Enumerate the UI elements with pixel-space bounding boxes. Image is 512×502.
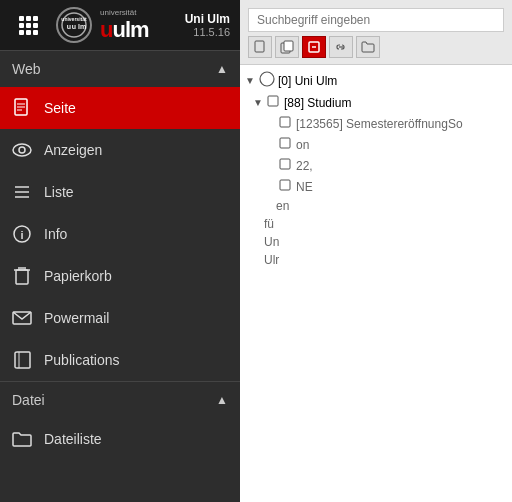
toolbar-btn-new-page[interactable] bbox=[248, 36, 272, 58]
sidebar-section-web-header[interactable]: Web ▲ bbox=[0, 51, 240, 87]
tree-sem-icon bbox=[279, 115, 293, 132]
svg-text:i: i bbox=[20, 229, 23, 241]
tree-toggle-studium[interactable]: ▼ bbox=[252, 97, 264, 109]
tree-item7-label: Un bbox=[264, 235, 279, 249]
datei-section-label: Datei bbox=[12, 392, 45, 408]
sidebar-item-seite[interactable]: Seite bbox=[0, 87, 240, 129]
sidebar-info-label: Info bbox=[44, 226, 67, 242]
toolbar-btn-copy[interactable] bbox=[275, 36, 299, 58]
tree-studium[interactable]: ▼ [88] Studium bbox=[244, 92, 508, 113]
sidebar-publications-label: Publications bbox=[44, 352, 120, 368]
svg-rect-17 bbox=[16, 270, 28, 284]
list-icon bbox=[12, 182, 32, 202]
chevron-up-icon: ▲ bbox=[216, 62, 228, 76]
tree-sem-label: [123565] Semestereröffnung bbox=[296, 117, 448, 131]
tree-item-semesteroeffnung[interactable]: [123565] Semestereröffnung So bbox=[244, 113, 508, 134]
tree-root-label: [0] Uni Ulm bbox=[278, 74, 337, 88]
svg-point-30 bbox=[260, 72, 274, 86]
tree-item2-label: on bbox=[296, 138, 309, 152]
sidebar: universität u u l m universität uulm Uni… bbox=[0, 0, 240, 502]
tree-sem-suffix: So bbox=[448, 117, 463, 131]
grid-icon[interactable] bbox=[10, 0, 46, 50]
tree-item6-label: fü bbox=[264, 217, 274, 231]
uulm-label: uulm bbox=[100, 17, 149, 43]
tree-toggle-root[interactable]: ▼ bbox=[244, 75, 256, 87]
app-name: Uni Ulm bbox=[185, 12, 230, 26]
chevron-up-icon-datei: ▲ bbox=[216, 393, 228, 407]
sidebar-item-publications[interactable]: Publications bbox=[0, 339, 240, 381]
tree-item4-label: NE bbox=[296, 180, 313, 194]
tree-item3-label: 22, bbox=[296, 159, 313, 173]
svg-text:u: u bbox=[67, 23, 71, 30]
mail-icon bbox=[12, 308, 32, 328]
top-bar bbox=[240, 0, 512, 65]
svg-rect-24 bbox=[255, 41, 264, 52]
tree-studium-icon bbox=[267, 94, 281, 111]
tree-item-5[interactable]: en bbox=[244, 197, 508, 215]
app-version: 11.5.16 bbox=[193, 26, 230, 38]
sidebar-item-liste[interactable]: Liste bbox=[0, 171, 240, 213]
web-section-label: Web bbox=[12, 61, 41, 77]
sidebar-papierkorb-label: Papierkorb bbox=[44, 268, 112, 284]
eye-icon bbox=[12, 140, 32, 160]
logo-area: universität u u l m universität uulm bbox=[56, 7, 175, 43]
trash-icon bbox=[12, 266, 32, 286]
uni-label: universität bbox=[100, 8, 149, 17]
tree-root[interactable]: ▼ [0] Uni Ulm bbox=[244, 69, 508, 92]
sidebar-item-papierkorb[interactable]: Papierkorb bbox=[0, 255, 240, 297]
search-input[interactable] bbox=[248, 8, 504, 32]
svg-rect-35 bbox=[280, 180, 290, 190]
toolbar bbox=[248, 32, 504, 60]
info-icon: i bbox=[12, 224, 32, 244]
svg-text:m: m bbox=[80, 23, 86, 30]
content-area: ▼ [0] Uni Ulm ▼ [88] Studium [123565] Se… bbox=[240, 0, 512, 502]
sidebar-anzeigen-label: Anzeigen bbox=[44, 142, 102, 158]
uni-logo: universität u u l m bbox=[56, 7, 92, 43]
toolbar-btn-red[interactable] bbox=[302, 36, 326, 58]
toolbar-btn-folder[interactable] bbox=[356, 36, 380, 58]
page-icon bbox=[12, 98, 32, 118]
tree-item5-label: en bbox=[276, 199, 289, 213]
svg-rect-33 bbox=[280, 138, 290, 148]
tree-toggle-sem[interactable] bbox=[264, 118, 276, 130]
logo-text: universität uulm bbox=[100, 8, 149, 43]
sidebar-item-powermail[interactable]: Powermail bbox=[0, 297, 240, 339]
tree-root-icon bbox=[259, 71, 275, 90]
svg-text:u: u bbox=[72, 23, 76, 30]
tree-item-7[interactable]: Un bbox=[244, 233, 508, 251]
tree-item8-label: Ulr bbox=[264, 253, 279, 267]
sidebar-seite-label: Seite bbox=[44, 100, 76, 116]
sidebar-powermail-label: Powermail bbox=[44, 310, 109, 326]
toolbar-btn-link[interactable] bbox=[329, 36, 353, 58]
app-version-area: Uni Ulm 11.5.16 bbox=[185, 12, 230, 38]
sidebar-section-datei-header[interactable]: Datei ▲ bbox=[0, 382, 240, 418]
sidebar-header: universität u u l m universität uulm Uni… bbox=[0, 0, 240, 50]
sidebar-section-web: Web ▲ Seite Anzeigen Liste i Info bbox=[0, 50, 240, 381]
tree-container: ▼ [0] Uni Ulm ▼ [88] Studium [123565] Se… bbox=[240, 65, 512, 502]
tree-item-3[interactable]: 22, bbox=[244, 155, 508, 176]
sidebar-item-anzeigen[interactable]: Anzeigen bbox=[0, 129, 240, 171]
svg-point-10 bbox=[13, 144, 31, 156]
tree-item-2[interactable]: on bbox=[244, 134, 508, 155]
tree-studium-label: [88] Studium bbox=[284, 96, 351, 110]
svg-rect-32 bbox=[280, 117, 290, 127]
svg-text:universität: universität bbox=[61, 16, 87, 22]
tree-item-8[interactable]: Ulr bbox=[244, 251, 508, 269]
svg-rect-31 bbox=[268, 96, 278, 106]
sidebar-item-dateiliste[interactable]: Dateiliste bbox=[0, 418, 240, 460]
folder-icon bbox=[12, 429, 32, 449]
book-icon bbox=[12, 350, 32, 370]
svg-rect-34 bbox=[280, 159, 290, 169]
sidebar-liste-label: Liste bbox=[44, 184, 74, 200]
sidebar-dateiliste-label: Dateiliste bbox=[44, 431, 102, 447]
tree-item-4[interactable]: NE bbox=[244, 176, 508, 197]
svg-rect-26 bbox=[284, 41, 293, 51]
sidebar-section-datei: Datei ▲ Dateiliste bbox=[0, 381, 240, 460]
sidebar-item-info[interactable]: i Info bbox=[0, 213, 240, 255]
tree-item-6[interactable]: fü bbox=[244, 215, 508, 233]
svg-point-11 bbox=[19, 147, 25, 153]
